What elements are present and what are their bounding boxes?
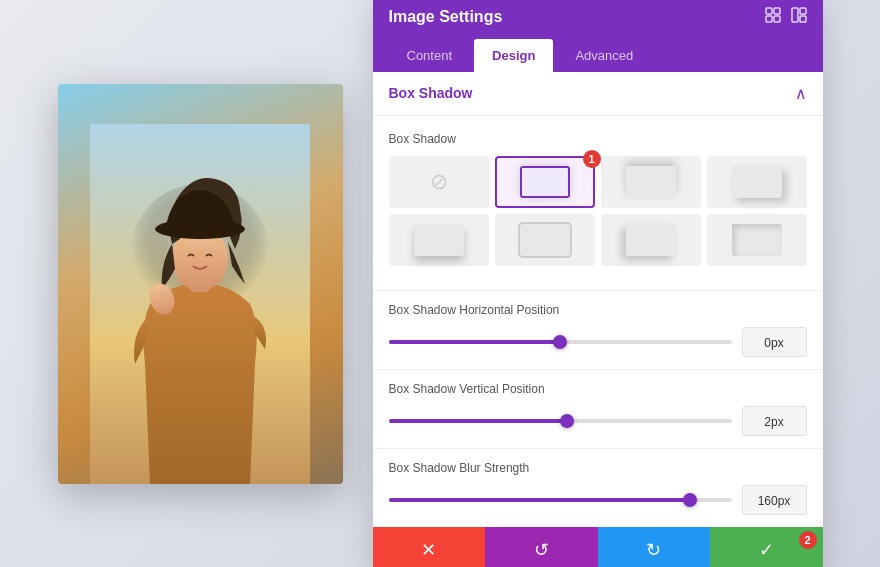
- horizontal-slider-row: 0px: [389, 327, 807, 357]
- tab-content[interactable]: Content: [389, 39, 471, 72]
- vertical-slider-fill: [389, 419, 567, 423]
- shadow-box-top: [626, 166, 676, 198]
- tab-design[interactable]: Design: [474, 39, 553, 72]
- section-header: Box Shadow ∧: [373, 72, 823, 116]
- horizontal-slider-thumb[interactable]: [553, 335, 567, 349]
- shadow-options-grid: ⊘ 1: [389, 156, 807, 266]
- vertical-value[interactable]: 2px: [742, 406, 807, 436]
- svg-rect-10: [792, 8, 798, 22]
- shadow-option-inset-corner[interactable]: [707, 214, 807, 266]
- reset-icon: ↺: [534, 539, 549, 561]
- settings-panel-wrapper: Image Settings: [373, 0, 823, 567]
- layout-icon[interactable]: [791, 7, 807, 27]
- panel-title: Image Settings: [389, 8, 503, 26]
- shadow-box-outline: [520, 224, 570, 256]
- shadow-box-center: [520, 166, 570, 198]
- settings-panel: Image Settings: [373, 0, 823, 567]
- shadow-option-bottom-right[interactable]: [707, 156, 807, 208]
- vertical-slider-row: 2px: [389, 406, 807, 436]
- shadow-option-center[interactable]: 1: [495, 156, 595, 208]
- cancel-icon: ✕: [421, 539, 436, 561]
- blur-slider-fill: [389, 498, 691, 502]
- box-shadow-label: Box Shadow: [389, 132, 807, 146]
- section-content: Box Shadow ⊘ 1: [373, 116, 823, 290]
- shadow-option-top[interactable]: [601, 156, 701, 208]
- panel-body[interactable]: Box Shadow ∧ Box Shadow ⊘: [373, 72, 823, 527]
- shadow-box-bottom: [414, 224, 464, 256]
- badge-1: 1: [583, 150, 601, 168]
- header-icons: [765, 7, 807, 27]
- panel-footer: ✕ ↺ ↻ ✓ 2: [373, 527, 823, 568]
- save-button[interactable]: ✓ 2: [710, 527, 823, 568]
- cancel-button[interactable]: ✕: [373, 527, 486, 568]
- svg-rect-9: [774, 16, 780, 22]
- horizontal-value[interactable]: 0px: [742, 327, 807, 357]
- blur-slider-row: 160px: [389, 485, 807, 515]
- blur-strength-field: Box Shadow Blur Strength 160px: [373, 448, 823, 527]
- blur-slider-thumb[interactable]: [683, 493, 697, 507]
- no-shadow-icon: ⊘: [430, 169, 448, 195]
- horizontal-slider-track[interactable]: [389, 340, 732, 344]
- shadow-box-bottom-right: [732, 166, 782, 198]
- svg-rect-11: [800, 8, 806, 14]
- shadow-option-outline[interactable]: [495, 214, 595, 266]
- blur-value[interactable]: 160px: [742, 485, 807, 515]
- settings-icon[interactable]: [765, 7, 781, 27]
- shadow-option-bottom[interactable]: [389, 214, 489, 266]
- horizontal-position-field: Box Shadow Horizontal Position 0px: [373, 290, 823, 369]
- svg-rect-8: [766, 16, 772, 22]
- svg-rect-12: [800, 16, 806, 22]
- shadow-box-inset-corner: [732, 224, 782, 256]
- svg-rect-6: [766, 8, 772, 14]
- vertical-slider-track[interactable]: [389, 419, 732, 423]
- vertical-label: Box Shadow Vertical Position: [389, 382, 807, 396]
- tab-advanced[interactable]: Advanced: [557, 39, 651, 72]
- shadow-box-bottom-left: [626, 224, 676, 256]
- reset-button[interactable]: ↺: [485, 527, 598, 568]
- image-panel: [58, 84, 343, 484]
- section-title: Box Shadow: [389, 85, 473, 101]
- horizontal-slider-fill: [389, 340, 561, 344]
- redo-button[interactable]: ↻: [598, 527, 711, 568]
- redo-icon: ↻: [646, 539, 661, 561]
- collapse-icon[interactable]: ∧: [795, 84, 807, 103]
- blur-label: Box Shadow Blur Strength: [389, 461, 807, 475]
- svg-rect-7: [774, 8, 780, 14]
- save-icon: ✓: [759, 539, 774, 561]
- shadow-option-bottom-left[interactable]: [601, 214, 701, 266]
- badge-2: 2: [799, 531, 817, 549]
- vertical-slider-thumb[interactable]: [560, 414, 574, 428]
- blur-slider-track[interactable]: [389, 498, 732, 502]
- horizontal-label: Box Shadow Horizontal Position: [389, 303, 807, 317]
- person-illustration: [90, 124, 310, 484]
- vertical-position-field: Box Shadow Vertical Position 2px: [373, 369, 823, 448]
- panel-header: Image Settings: [373, 0, 823, 39]
- main-container: Image Settings: [58, 0, 823, 567]
- shadow-option-none[interactable]: ⊘: [389, 156, 489, 208]
- panel-tabs: Content Design Advanced: [373, 39, 823, 72]
